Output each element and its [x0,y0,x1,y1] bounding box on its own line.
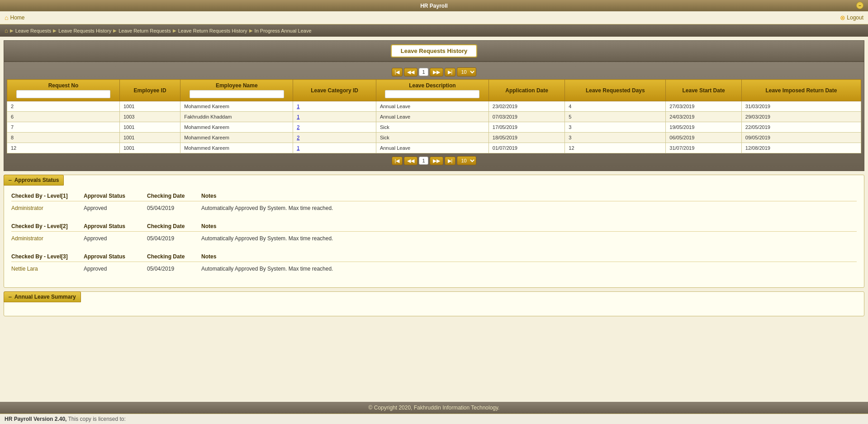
approval-level-1-notes: Automatically Approved By System. Max ti… [201,205,857,211]
cell-leave-description: Annual Leave [376,101,489,112]
breadcrumb-sep-4: ▶ [249,28,253,33]
home-link[interactable]: Home [10,14,24,21]
approval-level-2-date: 05/04/2019 [147,235,201,242]
annual-leave-section-body [4,302,864,316]
pag-page-1[interactable]: 1 [419,68,428,76]
approval-level-2: Checked By - Level[2] Approval Status Ch… [11,221,857,243]
table-container: |◀ ◀◀ 1 ▶▶ ▶| 10 25 50 Request No Em [4,62,864,171]
approval-level-1-checker: Administrator [11,205,84,211]
col-leave-requested-days: Leave Requested Days [565,80,666,101]
approval-level-3-col-status: Approval Status [84,253,147,260]
approval-level-3: Checked By - Level[3] Approval Status Ch… [11,252,857,273]
approval-level-3-notes: Automatically Approved By System. Max ti… [201,266,857,272]
approval-level-2-col-notes: Notes [201,223,857,229]
cell-leave-description: Annual Leave [376,143,489,153]
pag-next-btn-bottom[interactable]: ▶▶ [430,157,443,165]
bottom-bar: HR Payroll Version 2.40, This copy is li… [0,414,868,424]
cell-application-date: 17/05/2019 [489,122,565,133]
per-page-select-bottom[interactable]: 10 25 50 [457,156,476,165]
col-employee-name: Employee Name [180,80,293,101]
cell-leave-imposed-return: 09/05/2019 [741,133,861,143]
cell-leave-start-date: 31/07/2019 [666,143,742,153]
approval-level-2-notes: Automatically Approved By System. Max ti… [201,235,857,242]
cell-leave-imposed-return: 31/03/2019 [741,101,861,112]
approval-level-1-headers: Checked By - Level[1] Approval Status Ch… [11,191,857,201]
cell-application-date: 07/03/2019 [489,112,565,122]
pag-first-btn-bottom[interactable]: |◀ [392,157,403,165]
cell-leave-imposed-return: 12/08/2019 [741,143,861,153]
cell-application-date: 01/07/2019 [489,143,565,153]
table-row[interactable]: 12 1001 Mohammed Kareem 1 Annual Leave 0… [7,143,861,153]
app-title: HR Payroll [420,3,448,9]
cell-request-no: 12 [7,143,120,153]
cell-employee-name: Mohammed Kareem [180,101,293,112]
filter-employee-name[interactable] [190,90,284,98]
approval-level-2-row: Administrator Approved 05/04/2019 Automa… [11,234,857,243]
approvals-section-title: Approvals Status [14,177,59,183]
approval-level-1: Checked By - Level[1] Approval Status Ch… [11,191,857,212]
approval-level-3-col-notes: Notes [201,253,857,260]
approval-level-1-status: Approved [84,205,147,211]
approval-level-1-label: Checked By - Level[1] [11,193,84,199]
approval-level-3-col-date: Checking Date [147,253,201,260]
breadcrumb-leave-return-history[interactable]: Leave Return Requests History [178,28,247,33]
filter-leave-description[interactable] [385,90,479,98]
cell-leave-description: Sick [376,122,489,133]
cell-leave-category-id[interactable]: 1 [293,143,376,153]
col-application-date: Application Date [489,80,565,101]
pag-page-1-bottom[interactable]: 1 [419,157,428,165]
pag-last-btn-bottom[interactable]: ▶| [445,157,456,165]
table-body: 2 1001 Mohammed Kareem 1 Annual Leave 23… [7,101,861,153]
approval-level-3-date: 05/04/2019 [147,266,201,272]
minimize-button[interactable]: – [856,2,863,9]
approval-level-3-label: Checked By - Level[3] [11,253,84,260]
approval-level-1-col-status: Approval Status [84,193,147,199]
cell-leave-requested-days: 4 [565,101,666,112]
filter-request-no[interactable] [16,90,111,98]
cell-employee-name: Fakhruddin Khaddam [180,112,293,122]
cell-employee-name: Mohammed Kareem [180,143,293,153]
logout-button[interactable]: ⊗ Logout [840,14,863,21]
approval-level-2-status: Approved [84,235,147,242]
cell-leave-category-id[interactable]: 2 [293,133,376,143]
footer: © Copyright 2020, Fakhruddin Information… [0,402,868,414]
table-row[interactable]: 2 1001 Mohammed Kareem 1 Annual Leave 23… [7,101,861,112]
cell-request-no: 8 [7,133,120,143]
per-page-select[interactable]: 10 25 50 [457,67,476,76]
leave-requests-table: Request No Employee ID Employee Name Lea… [7,79,861,153]
table-row[interactable]: 7 1001 Mohammed Kareem 2 Sick 17/05/2019… [7,122,861,133]
breadcrumb-bar: ⌂ ▶ Leave Requests ▶ Leave Requests Hist… [0,24,868,37]
approval-level-1-col-date: Checking Date [147,193,201,199]
breadcrumb-leave-requests[interactable]: Leave Requests [15,28,52,33]
pag-next-btn[interactable]: ▶▶ [430,68,443,76]
annual-leave-section-header[interactable]: – Annual Leave Summary [4,291,81,302]
approval-level-2-label: Checked By - Level[2] [11,223,84,229]
cell-employee-name: Mohammed Kareem [180,133,293,143]
cell-leave-category-id[interactable]: 2 [293,122,376,133]
cell-employee-name: Mohammed Kareem [180,122,293,133]
table-row[interactable]: 6 1003 Fakhruddin Khaddam 1 Annual Leave… [7,112,861,122]
cell-leave-requested-days: 3 [565,133,666,143]
col-request-no: Request No [7,80,120,101]
cell-request-no: 6 [7,112,120,122]
annual-leave-section-title: Annual Leave Summary [14,294,76,300]
pag-last-btn[interactable]: ▶| [445,68,456,76]
col-leave-imposed-return: Leave Imposed Return Date [741,80,861,101]
approvals-section-header[interactable]: – Approvals Status [4,175,64,186]
cell-employee-id: 1001 [119,122,180,133]
logout-label: Logout [847,14,863,21]
table-row[interactable]: 8 1001 Mohammed Kareem 2 Sick 18/05/2019… [7,133,861,143]
col-leave-start-date: Leave Start Date [666,80,742,101]
cell-leave-category-id[interactable]: 1 [293,101,376,112]
breadcrumb-leave-requests-history[interactable]: Leave Requests History [58,28,111,33]
pag-prev-btn[interactable]: ◀◀ [404,68,417,76]
pag-prev-btn-bottom[interactable]: ◀◀ [404,157,417,165]
cell-leave-category-id[interactable]: 1 [293,112,376,122]
cell-application-date: 23/02/2019 [489,101,565,112]
pag-first-btn[interactable]: |◀ [392,68,403,76]
breadcrumb-sep-2: ▶ [113,28,117,33]
cell-application-date: 18/05/2019 [489,133,565,143]
breadcrumb-in-progress[interactable]: In Progress Annual Leave [255,28,312,33]
table-header-row: Request No Employee ID Employee Name Lea… [7,80,861,101]
breadcrumb-leave-return-requests[interactable]: Leave Return Requests [119,28,171,33]
